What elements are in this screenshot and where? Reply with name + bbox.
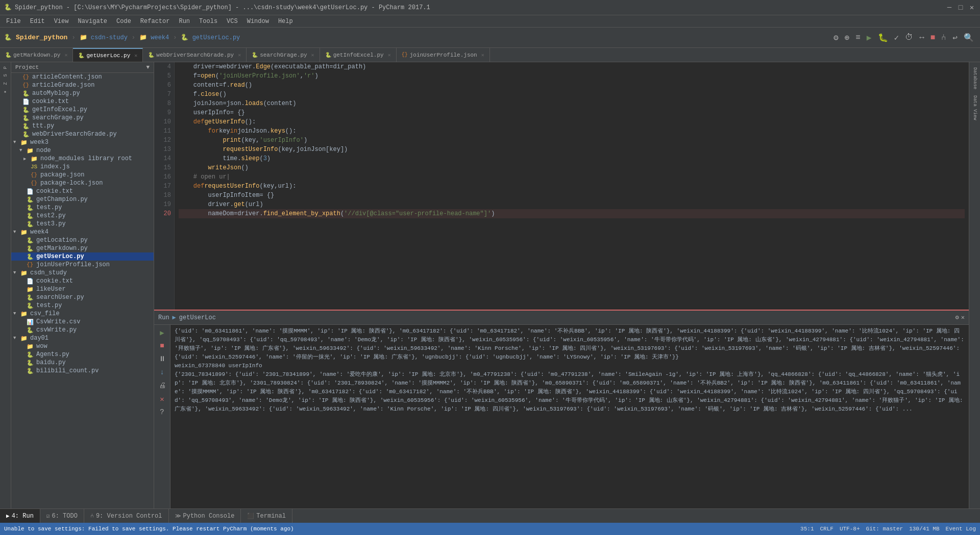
tree-item-node[interactable]: ▼ 📁 node: [11, 146, 154, 155]
settings-icon[interactable]: ⚙: [831, 32, 841, 44]
run-close-icon[interactable]: ✕: [961, 314, 965, 321]
tree-item-packagelock[interactable]: {} package-lock.json: [11, 179, 154, 187]
tree-item-getinfoexcel[interactable]: 🐍 getInfoExcel.py: [11, 106, 154, 114]
stop-icon[interactable]: ■: [928, 32, 938, 43]
config2-icon[interactable]: ≡: [853, 32, 863, 43]
status-charset[interactable]: UTF-8+: [840, 526, 860, 532]
menu-edit[interactable]: Edit: [26, 17, 49, 26]
tab-joinuserprofile[interactable]: {} joinUserProfile.json ✕: [397, 48, 490, 62]
sidebar-dataview-icon[interactable]: Data View: [971, 92, 978, 123]
run-settings-icon[interactable]: ⚙: [955, 314, 959, 321]
tab-getinfoexcel[interactable]: 🐍 getInfoExcel.py ✕: [320, 48, 397, 62]
tree-item-cookiecsdn[interactable]: 📄 cookie.txt: [11, 277, 154, 285]
tree-item-webdriver[interactable]: 🐍 webDriverSearchGrade.py: [11, 130, 154, 138]
tree-item-automyblog[interactable]: 🐍 autoMyblog.py: [11, 89, 154, 97]
tree-item-wow[interactable]: 📁 wow: [11, 342, 154, 350]
menu-run[interactable]: Run: [175, 17, 194, 26]
menu-navigate[interactable]: Navigate: [74, 17, 111, 26]
menu-window[interactable]: Window: [243, 17, 273, 26]
tree-item-csvwritepy[interactable]: 🐍 csvWrite.py: [11, 326, 154, 334]
run-pause-button[interactable]: ⏸: [157, 353, 168, 365]
sidebar-fav-icon[interactable]: ★: [2, 88, 9, 97]
concurrency-icon[interactable]: ↔: [917, 32, 926, 43]
tab-getuserloc[interactable]: 🐍 getUserLoc.py ✕: [73, 48, 143, 62]
tab-close-getuserloc[interactable]: ✕: [134, 53, 137, 59]
run-help-button[interactable]: ?: [157, 406, 168, 418]
bottom-tab-run[interactable]: ▶ 4: Run: [0, 509, 40, 523]
tab-close-searchgrage[interactable]: ✕: [311, 52, 314, 58]
tree-item-packagejson[interactable]: {} package.json: [11, 171, 154, 179]
tree-item-csvwrite[interactable]: 📊 CsvWrite.csv: [11, 318, 154, 326]
bottom-tab-vcs[interactable]: ⑃ 9: Version Control: [84, 509, 169, 523]
minimize-button[interactable]: ─: [945, 4, 953, 12]
profile-icon[interactable]: ⏱: [903, 32, 915, 43]
tree-item-searchgrage[interactable]: 🐍 searchGrage.py: [11, 114, 154, 122]
tree-item-test2[interactable]: 🐍 test2.py: [11, 212, 154, 220]
tab-close-getmarkdown[interactable]: ✕: [64, 52, 67, 58]
search-icon[interactable]: 🔍: [962, 32, 976, 44]
tree-item-getchampion[interactable]: 🐍 getChampion.py: [11, 195, 154, 203]
tree-item-articlecontent[interactable]: {} articleContent.json: [11, 73, 154, 81]
vcs-icon[interactable]: ⑃: [939, 32, 948, 43]
menu-view[interactable]: View: [50, 17, 73, 26]
tree-item-node-modules[interactable]: ▶ 📁 node_modules library root: [11, 155, 154, 163]
tree-item-cookietxt[interactable]: 📄 cookie.txt: [11, 187, 154, 195]
sidebar-database-icon[interactable]: Database: [971, 64, 978, 92]
status-position[interactable]: 35:1: [800, 526, 814, 532]
tree-item-getmarkdown[interactable]: 🐍 getMarkdown.py: [11, 244, 154, 252]
tree-item-articlegrade[interactable]: {} articleGrade.json: [11, 81, 154, 89]
tab-close-joinuserprofile[interactable]: ✕: [481, 52, 484, 58]
menu-code[interactable]: Code: [112, 17, 135, 26]
tree-item-agents[interactable]: 🐍 Agents.py: [11, 350, 154, 359]
menu-help[interactable]: Help: [274, 17, 297, 26]
run-scroll-button[interactable]: ↓: [157, 367, 168, 378]
status-crlf[interactable]: CRLF: [820, 526, 834, 532]
sidebar-z-structure-icon[interactable]: Z: [2, 80, 9, 87]
menu-file[interactable]: File: [2, 17, 25, 26]
undo-icon[interactable]: ↩: [950, 32, 960, 44]
project-header-icon[interactable]: ▼: [146, 64, 150, 70]
tab-webdriver[interactable]: 🐍 webDriverSearchGrade.py ✕: [143, 48, 247, 62]
run-output[interactable]: {'uid': 'm0_63411861', 'name': '摸摸MMMM',…: [170, 325, 969, 508]
coverage-icon[interactable]: ✓: [892, 32, 901, 44]
tree-item-csvfile[interactable]: ▼ 📁 csv_file: [11, 310, 154, 318]
run-print-button[interactable]: 🖨: [157, 380, 168, 391]
tree-item-indexjs[interactable]: JS index.js: [11, 163, 154, 171]
run-stop-button[interactable]: ■: [157, 340, 168, 351]
sidebar-structure-icon[interactable]: S: [2, 72, 9, 79]
bottom-tab-python-console[interactable]: ≫ Python Console: [169, 509, 241, 523]
tree-item-bilibili[interactable]: 🐍 bilibili_count.pv: [11, 367, 154, 375]
tree-item-ttt[interactable]: 🐍 ttt.py: [11, 122, 154, 130]
bottom-tab-terminal[interactable]: ⬛ Terminal: [241, 509, 292, 523]
tree-item-getuserloc[interactable]: 🐍 getUserLoc.py: [11, 252, 154, 261]
tree-item-testcsdn[interactable]: 🐍 test.py: [11, 301, 154, 310]
breadcrumb-csdn[interactable]: 📁 csdn-study: [80, 34, 128, 41]
tree-item-test3[interactable]: 🐍 test3.py: [11, 220, 154, 228]
menu-refactor[interactable]: Refactor: [136, 17, 174, 26]
run-clear-button[interactable]: ✕: [157, 393, 168, 404]
sidebar-project-icon[interactable]: P: [2, 64, 9, 71]
close-button[interactable]: ✕: [968, 4, 976, 12]
tab-close-getinfoexcel[interactable]: ✕: [388, 52, 391, 58]
run-rerun-button[interactable]: ▶: [157, 327, 168, 338]
tree-item-baidu[interactable]: 🐍 baidu.py: [11, 359, 154, 367]
debug-icon[interactable]: 🐛: [876, 32, 890, 44]
tree-item-likeuser[interactable]: 📁 likeUser: [11, 285, 154, 293]
menu-vcs[interactable]: VCS: [223, 17, 242, 26]
breadcrumb-file[interactable]: 🐍 getUserLoc.py: [181, 34, 240, 41]
tab-searchgrage[interactable]: 🐍 searchGrage.py ✕: [247, 48, 320, 62]
maximize-button[interactable]: □: [957, 4, 965, 12]
tree-item-searchuser[interactable]: 🐍 searchUser.py: [11, 293, 154, 301]
menu-tools[interactable]: Tools: [195, 17, 222, 26]
play-icon[interactable]: ▶: [865, 32, 874, 44]
config-icon[interactable]: ⊕: [843, 32, 852, 44]
status-vcs[interactable]: Git: master: [866, 526, 903, 532]
tree-item-csdnstudy[interactable]: ▼ 📁 csdn_study: [11, 269, 154, 277]
tree-item-week4[interactable]: ▼ 📁 week4: [11, 228, 154, 236]
tree-item-week3[interactable]: ▼ 📁 week3: [11, 138, 154, 146]
tree-item-cookie[interactable]: 📄 cookie.txt: [11, 97, 154, 106]
status-memory[interactable]: 130/41 MB: [909, 526, 939, 532]
status-event-log[interactable]: Event Log: [946, 526, 976, 532]
tab-getmarkdown[interactable]: 🐍 getMarkdown.py ✕: [0, 48, 73, 62]
tree-item-joinuserprofile[interactable]: {} joinUserProfile.json: [11, 261, 154, 269]
